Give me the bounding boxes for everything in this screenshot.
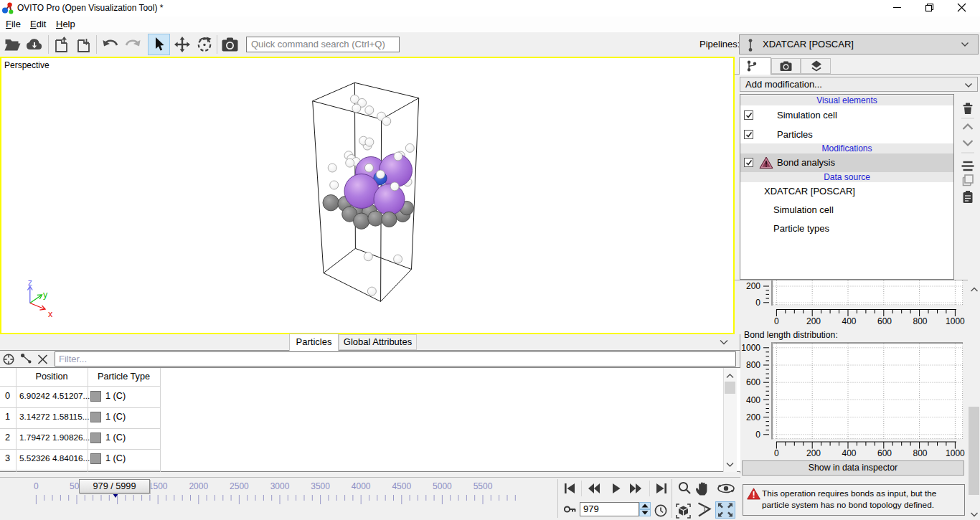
svg-text:200: 200: [806, 448, 821, 458]
svg-text:800: 800: [913, 316, 927, 326]
svg-text:0: 0: [774, 316, 779, 326]
svg-text:600: 600: [877, 448, 892, 458]
svg-text:1000: 1000: [741, 343, 760, 353]
svg-text:400: 400: [746, 395, 760, 405]
svg-text:800: 800: [913, 448, 927, 458]
svg-text:800: 800: [746, 360, 760, 370]
svg-text:1000: 1000: [946, 448, 965, 458]
svg-text:400: 400: [842, 448, 856, 458]
svg-text:x: x: [48, 309, 53, 319]
svg-text:200: 200: [746, 281, 760, 291]
svg-text:1000: 1000: [946, 316, 965, 326]
svg-text:Bond length distribution:: Bond length distribution:: [744, 330, 838, 340]
svg-text:y: y: [43, 290, 48, 300]
svg-text:0: 0: [755, 298, 760, 308]
svg-text:0: 0: [774, 448, 779, 458]
svg-text:0: 0: [755, 430, 760, 440]
svg-text:z: z: [28, 278, 32, 288]
svg-text:400: 400: [842, 316, 856, 326]
svg-text:600: 600: [746, 377, 760, 387]
svg-text:200: 200: [806, 316, 821, 326]
svg-text:600: 600: [877, 316, 892, 326]
svg-text:200: 200: [746, 412, 760, 422]
